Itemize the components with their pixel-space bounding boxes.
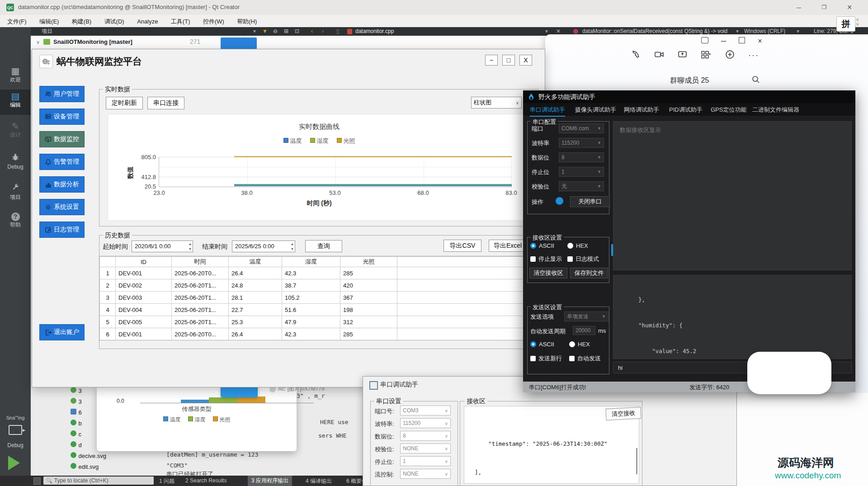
sidebar-item-logs[interactable]: 日志管理 (39, 222, 85, 238)
log-mode-checkbox[interactable]: 日志模式 (567, 255, 599, 263)
panel-tab-search-results[interactable]: 2 Search Results (185, 477, 226, 484)
query-button[interactable]: 查询 (305, 240, 342, 252)
collapse-icon[interactable]: ⊖ (273, 28, 278, 35)
tab-binary-editor[interactable]: 二进制文件编辑器 (752, 106, 799, 114)
legend-item-temp[interactable]: 温度 (283, 137, 302, 145)
baud-select[interactable]: 115200∨ (400, 418, 451, 428)
screen-share-icon[interactable] (678, 50, 687, 61)
rx-ascii-radio[interactable]: ASCII (530, 242, 554, 249)
table-row[interactable]: 4DEV-0042025-06-20T1...22.751.6198 (100, 304, 530, 316)
fire-receive-area[interactable]: 数据接收区显示 (613, 121, 852, 270)
member-search-icon[interactable] (751, 75, 760, 86)
table-row[interactable]: 5DEV-0052025-06-20T1...25.347.9312 (100, 316, 530, 328)
pin-panel-icon[interactable] (701, 37, 708, 43)
send-option-select[interactable]: 单项发送▼ (564, 311, 609, 321)
sidebar-item-data-monitor[interactable]: 数据监控 (39, 131, 85, 147)
filter-chevron-icon[interactable]: ▾ (253, 28, 256, 35)
chart-type-select[interactable]: 柱状图∨ (471, 97, 522, 109)
table-row[interactable]: 6DEV-0012025-06-20T0...26.442.3285 (100, 328, 530, 340)
current-symbol-label[interactable]: dataMonitor::onSerialDataReceived(const … (582, 28, 727, 35)
port-select[interactable]: COM3∨ (400, 406, 451, 415)
stopbits-select[interactable]: 1∨ (400, 456, 451, 466)
back-icon[interactable]: ‹ (311, 28, 313, 35)
qq-minimize-icon[interactable]: ─ (721, 37, 726, 45)
sidebar-item-devices[interactable]: 设备管理 (39, 109, 85, 125)
qt-maximize-icon[interactable]: ❐ (814, 3, 835, 11)
serial-open-toggle[interactable] (556, 197, 563, 205)
tab-gps[interactable]: GPS定位功能 (711, 106, 746, 114)
parity-select[interactable]: NONE∨ (400, 444, 451, 453)
open-file-tab[interactable]: datamonitor.cpp (355, 28, 394, 35)
fire-baud-select[interactable]: 115200▼ (559, 138, 604, 148)
panel-tab-issues[interactable]: 1 问题 (159, 477, 175, 485)
mode-welcome[interactable]: ▦ 欢迎 (0, 66, 31, 84)
menu-build[interactable]: 构建(B) (72, 18, 91, 26)
fire-stopbits-select[interactable]: 1▼ (559, 167, 604, 177)
close-serial-button[interactable]: 关闭串口 (570, 196, 610, 207)
table-row[interactable]: 2DEV-0022025-06-20T1...24.838.7420 (100, 279, 530, 292)
tx-ascii-radio[interactable]: ASCII (530, 341, 554, 348)
legend-item-lum[interactable]: 光照 (337, 137, 355, 145)
auto-send-checkbox[interactable]: 自动发送 (569, 354, 601, 363)
history-table[interactable]: ID 时间 温度 湿度 光照 1DEV-0012025-06-20T0...26… (99, 256, 529, 340)
sidebar-item-analysis[interactable]: 数据分析 (39, 176, 85, 193)
fire-port-select[interactable]: COM6 com▼ (559, 123, 604, 133)
export-excel-button[interactable]: 导出Excel (489, 240, 527, 252)
menu-analyze[interactable]: Analyze (137, 18, 158, 25)
fire-send-area[interactable]: }, "humidity": { "value": 45.2 }, "lumin… (613, 275, 852, 359)
panel-icon[interactable]: ⊡ (295, 28, 299, 35)
fire-databits-select[interactable]: 8▼ (559, 152, 604, 162)
panel-splitter-handle[interactable] (611, 244, 613, 256)
menu-help[interactable]: 帮助(H) (237, 18, 257, 26)
qq-maximize-icon[interactable] (739, 37, 745, 43)
sidebar-toggle-icon[interactable] (33, 477, 41, 485)
send-newline-checkbox[interactable]: 发送新行 (530, 354, 562, 363)
sidebar-item-settings[interactable]: 系统设置 (39, 199, 85, 215)
video-call-icon[interactable] (654, 50, 664, 61)
filter-icon[interactable]: ▼ (262, 28, 268, 35)
close-document-icon[interactable]: ✕ (556, 28, 561, 35)
tx-hex-radio[interactable]: HEX (569, 341, 590, 348)
project-root-item[interactable]: SnaillOTMonitoring [master] (53, 38, 132, 45)
qt-close-icon[interactable]: ✕ (839, 3, 860, 11)
qt-minimize-icon[interactable]: ─ (788, 4, 809, 12)
table-row[interactable]: 1DEV-0012025-06-20T0...26.442.3285 (100, 267, 530, 279)
encoding-chevron-icon[interactable]: ▾ (736, 28, 739, 35)
table-row[interactable]: 3DEV-0032025-06-20T1...28.1105.2367 (100, 292, 530, 304)
start-time-input[interactable]: 2020/6/1 0:00 ▲▼ (132, 241, 193, 252)
clear-receive-area-button[interactable]: 清空接收区 (529, 268, 567, 278)
receive-scrollbar[interactable] (636, 448, 637, 474)
split-icon[interactable]: ⊞ (284, 28, 288, 35)
fire-parity-select[interactable]: 无▼ (559, 181, 604, 191)
voice-call-icon[interactable] (631, 50, 641, 61)
qq-close-icon[interactable]: × (758, 37, 762, 45)
list-item[interactable]: decive.svg (71, 452, 106, 462)
tab-camera[interactable]: 摄像头调试助手 (575, 106, 616, 114)
auto-period-input[interactable]: 20000 (573, 326, 595, 335)
legend-item-hum[interactable]: 湿度 (310, 137, 329, 145)
flowctrl-select[interactable]: NONE∨ (400, 469, 451, 479)
mode-help[interactable]: ? 帮助 (0, 211, 31, 229)
more-icon[interactable]: ··· (748, 51, 759, 60)
spinner-arrows[interactable]: ▲▼ (189, 241, 192, 251)
tab-network[interactable]: 网络调试助手 (624, 106, 659, 114)
serial-connect-button[interactable]: 串口连接 (147, 97, 184, 109)
menu-widgets[interactable]: 控件(W) (203, 18, 224, 26)
tab-serial[interactable]: 串口调试助手 (530, 106, 565, 117)
export-csv-button[interactable]: 导出CSV (443, 240, 481, 252)
ime-pinyin-badge[interactable]: 拼 (836, 16, 855, 32)
mode-edit[interactable]: ▤ 编辑 (0, 90, 31, 115)
forward-icon[interactable]: › (322, 28, 324, 35)
rx-hex-radio[interactable]: HEX (567, 242, 588, 249)
logout-button[interactable]: 退出账户 (39, 324, 85, 340)
databits-select[interactable]: 8∨ (400, 431, 451, 441)
iot-minimize-button[interactable]: − (485, 55, 498, 66)
tab-pid[interactable]: PID调试助手 (669, 106, 703, 114)
mode-projects[interactable]: 项目 (0, 183, 31, 201)
encoding-label[interactable]: Windows (CRLF) (744, 28, 785, 35)
iot-maximize-button[interactable]: □ (502, 55, 515, 66)
add-icon[interactable] (725, 50, 735, 61)
locator-input[interactable]: 🔍 Type to locate (Ctrl+K) (43, 477, 154, 485)
mode-debug[interactable]: Debug (0, 153, 31, 170)
lineending-chevron-icon[interactable]: ▾ (797, 28, 799, 35)
